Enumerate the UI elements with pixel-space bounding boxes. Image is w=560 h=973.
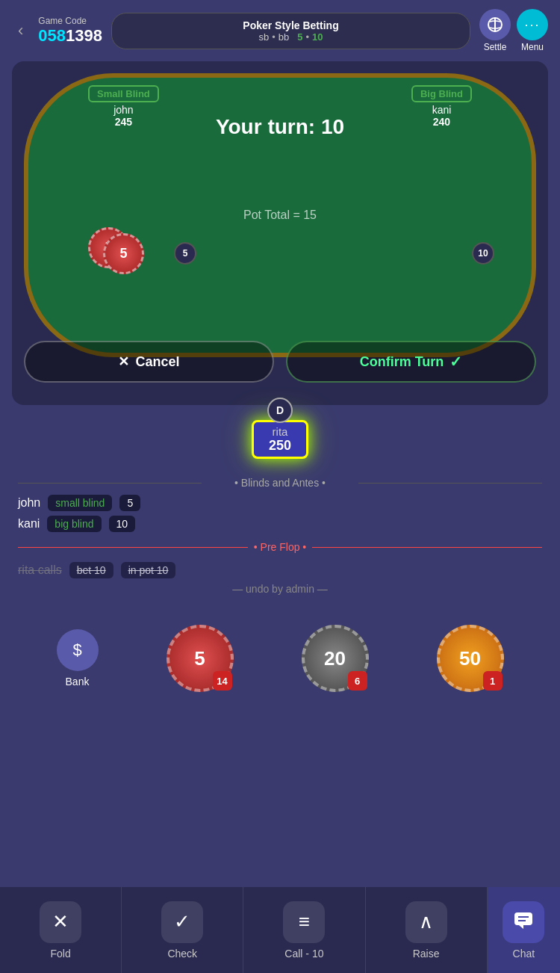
cancel-icon: ✕	[118, 353, 129, 370]
menu-button[interactable]: ··· Menu	[517, 9, 548, 52]
chat-button[interactable]: Chat	[488, 887, 560, 973]
john-player-label: john	[18, 496, 40, 510]
raise-icon: ∧	[419, 910, 433, 933]
bank-label: Bank	[66, 676, 90, 688]
call-icon-box: ≡	[283, 901, 325, 943]
chip-20-count: 6	[348, 671, 367, 691]
confirm-icon: ✓	[449, 353, 462, 371]
menu-label: Menu	[521, 42, 544, 52]
kani-blind-row: kani big blind 10	[18, 516, 542, 532]
undo-text: — undo by admin —	[18, 583, 542, 595]
game-code-block: Game Code 0581398	[38, 16, 102, 46]
big-blind-badge: Big Blind	[411, 85, 472, 102]
chat-icon	[513, 909, 534, 935]
check-button[interactable]: ✓ Check	[122, 887, 243, 973]
bank-button[interactable]: $ Bank	[57, 629, 99, 688]
call-label: Call - 10	[284, 948, 323, 960]
turn-text: Your turn: 10	[216, 115, 344, 139]
chip-5-container[interactable]: 5 14	[167, 625, 234, 692]
fold-button[interactable]: ✕ Fold	[0, 887, 122, 973]
big-blind-action: big blind	[47, 516, 101, 532]
small-blind-amount: 5	[119, 495, 140, 511]
chip-50-container[interactable]: 50 1	[437, 625, 504, 692]
in-pot-badge: in pot 10	[121, 562, 176, 578]
check-icon-box: ✓	[161, 901, 203, 943]
small-blind-badge: Small Blind	[88, 85, 159, 102]
john-blind-row: john small blind 5	[18, 495, 542, 511]
table-chip-2: 5	[103, 233, 144, 274]
player-big-blind: Big Blind kani 240	[411, 85, 472, 128]
kani-player-label: kani	[18, 517, 40, 531]
game-code-label: Game Code	[38, 16, 102, 26]
back-button[interactable]: ‹	[12, 18, 29, 43]
action-overlay: ✕ Cancel Confirm Turn ✓	[24, 341, 536, 383]
game-code-value: 0581398	[38, 26, 102, 46]
check-icon: ✓	[174, 910, 190, 933]
chip-5-count: 14	[213, 671, 232, 691]
confirm-label: Confirm Turn	[360, 354, 444, 370]
pre-flop-divider: • Pre Flop •	[18, 541, 542, 553]
rita-container: D rita 250	[0, 398, 560, 459]
player-john-chips: 245	[115, 116, 132, 128]
betting-pill: Poker Style Betting sb•bb 5•10	[111, 13, 470, 49]
player-john-name: john	[113, 104, 133, 116]
dealer-chip: D	[267, 398, 293, 423]
chip-50-count: 1	[483, 671, 503, 691]
menu-icon: ···	[517, 9, 548, 40]
big-blind-amount: 10	[109, 516, 136, 532]
bet-badge: bet 10	[69, 562, 113, 578]
player-kani-chips: 240	[433, 116, 450, 128]
fold-label: Fold	[50, 948, 70, 960]
fold-icon: ✕	[52, 910, 69, 933]
chat-icon-box	[503, 901, 544, 943]
small-blind-action: small blind	[48, 495, 112, 511]
rita-chips: 250	[269, 438, 291, 454]
cancel-button[interactable]: ✕ Cancel	[24, 341, 274, 383]
betting-sub: sb•bb 5•10	[125, 31, 456, 43]
rita-call-row: rita calls bet 10 in pot 10	[18, 562, 542, 578]
rita-call-label: rita calls	[18, 563, 62, 577]
cancel-label: Cancel	[135, 354, 179, 370]
call-button[interactable]: ≡ Call - 10	[243, 887, 365, 973]
token-5: 5	[174, 242, 196, 265]
chip-20-container[interactable]: 20 6	[302, 625, 369, 692]
player-small-blind: Small Blind john 245	[88, 85, 159, 128]
header: ‹ Game Code 0581398 Poker Style Betting …	[0, 0, 560, 61]
settle-icon	[479, 9, 511, 40]
check-label: Check	[167, 948, 197, 960]
action-log: • Blinds and Antes • john small blind 5 …	[0, 459, 560, 610]
header-right: Settle ··· Menu	[479, 9, 548, 52]
betting-area: $ Bank 5 14 20 6 50 1	[0, 610, 560, 707]
call-icon: ≡	[299, 910, 310, 933]
table-container: Small Blind john 245 Big Blind kani 240 …	[12, 61, 548, 405]
bottom-bar: ✕ Fold ✓ Check ≡ Call - 10 ∧ Raise	[0, 887, 560, 973]
player-kani-name: kani	[432, 104, 452, 116]
raise-label: Raise	[413, 948, 440, 960]
betting-title: Poker Style Betting	[125, 19, 456, 31]
bank-icon: $	[57, 629, 99, 671]
fold-icon-box: ✕	[40, 901, 81, 943]
confirm-button[interactable]: Confirm Turn ✓	[286, 341, 536, 383]
blinds-section-header: • Blinds and Antes •	[18, 477, 542, 489]
svg-marker-3	[519, 925, 523, 929]
token-10: 10	[472, 242, 494, 265]
chat-label: Chat	[513, 948, 535, 960]
settle-button[interactable]: Settle	[479, 9, 511, 52]
rita-name: rita	[269, 425, 291, 438]
raise-icon-box: ∧	[405, 901, 447, 943]
rita-card: rita 250	[252, 420, 308, 459]
settle-label: Settle	[484, 42, 507, 52]
raise-button[interactable]: ∧ Raise	[366, 887, 488, 973]
pot-total: Pot Total = 15	[243, 208, 317, 222]
svg-rect-2	[514, 912, 532, 925]
poker-table: Small Blind john 245 Big Blind kani 240 …	[24, 73, 536, 357]
